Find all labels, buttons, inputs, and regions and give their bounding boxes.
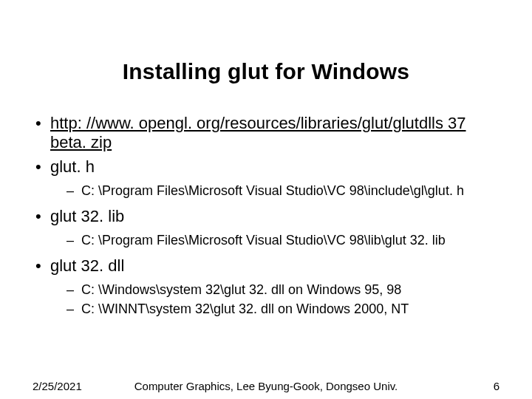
slide: Installing glut for Windows http: //www.… — [0, 0, 532, 399]
bullet-glut32-lib: glut 32. lib C: \Program Files\Microsoft… — [33, 207, 499, 249]
bullet-label: glut 32. lib — [50, 207, 124, 225]
footer-page: 6 — [494, 380, 499, 392]
footer-center: Computer Graphics, Lee Byung-Gook, Dongs… — [0, 380, 532, 392]
sub-list: C: \Program Files\Microsoft Visual Studi… — [50, 183, 499, 200]
sub-item: C: \WINNT\system 32\glut 32. dll on Wind… — [66, 301, 499, 318]
bullet-label: glut 32. dll — [50, 256, 124, 275]
sub-list: C: \Program Files\Microsoft Visual Studi… — [50, 232, 499, 249]
sub-item: C: \Program Files\Microsoft Visual Studi… — [66, 183, 499, 200]
bullet-glut-h: glut. h C: \Program Files\Microsoft Visu… — [33, 157, 499, 200]
glut-download-link[interactable]: http: //www. opengl. org/resources/libra… — [50, 114, 466, 151]
bullet-label: glut. h — [50, 157, 95, 176]
sub-item: C: \Windows\system 32\glut 32. dll on Wi… — [66, 282, 499, 299]
bullet-glut32-dll: glut 32. dll C: \Windows\system 32\glut … — [33, 256, 499, 318]
bullet-list: http: //www. opengl. org/resources/libra… — [33, 114, 499, 318]
slide-title: Installing glut for Windows — [33, 59, 499, 84]
bullet-link: http: //www. opengl. org/resources/libra… — [33, 114, 499, 153]
sub-list: C: \Windows\system 32\glut 32. dll on Wi… — [50, 282, 499, 318]
sub-item: C: \Program Files\Microsoft Visual Studi… — [66, 232, 499, 249]
